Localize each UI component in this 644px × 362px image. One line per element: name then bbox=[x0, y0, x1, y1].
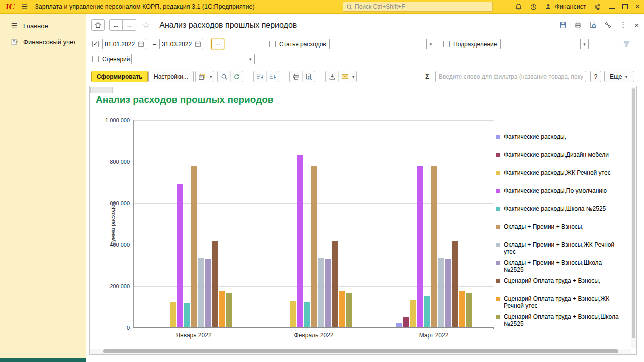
legend-swatch bbox=[496, 279, 500, 284]
legend-swatch bbox=[496, 207, 500, 212]
legend-swatch bbox=[496, 171, 500, 176]
chevron-down-icon[interactable]: ▾ bbox=[246, 54, 254, 64]
sidebar-item-label: Финансовый учет bbox=[23, 38, 76, 46]
period-choice-button[interactable]: ... bbox=[211, 39, 224, 50]
x-axis-label: Январь 2022 bbox=[134, 332, 254, 339]
print-preview-icon[interactable] bbox=[589, 22, 597, 29]
department-combo[interactable]: ▾ bbox=[500, 39, 589, 50]
quick-filter-input[interactable] bbox=[435, 71, 586, 82]
notifications-bell-icon[interactable] bbox=[515, 4, 522, 11]
autosum-button[interactable]: Σ bbox=[425, 72, 429, 80]
help-button[interactable]: ? bbox=[590, 71, 601, 82]
sidebar-item-financial-accounting[interactable]: Финансовый учет bbox=[0, 34, 86, 50]
x-axis-tick bbox=[374, 328, 374, 330]
bar bbox=[205, 259, 211, 328]
bar bbox=[170, 302, 176, 328]
more-actions-icon[interactable]: ⋮ bbox=[619, 20, 627, 30]
scenario-label: Сценарий: bbox=[102, 54, 132, 65]
report-area[interactable]: Анализ расходов прошлых периодов Сумма р… bbox=[89, 86, 637, 355]
legend-item: Сценарий Оплата труда + Взносы,Школа №25… bbox=[496, 314, 632, 332]
chevron-down-icon[interactable]: ▾ bbox=[351, 74, 356, 80]
history-icon[interactable] bbox=[530, 4, 537, 11]
sort-ascending-icon[interactable] bbox=[254, 72, 266, 82]
calendar-icon[interactable] bbox=[136, 40, 146, 49]
period-checkbox[interactable]: ✓ bbox=[92, 41, 99, 48]
global-search-box[interactable] bbox=[343, 2, 493, 12]
bar bbox=[339, 291, 345, 328]
back-button[interactable]: ← bbox=[109, 20, 123, 31]
search-refresh-group bbox=[217, 71, 243, 82]
report-variants-button[interactable]: ▾ bbox=[195, 71, 214, 82]
legend-item: Сценарий Оплата труда + Взносы,ЖК Речной… bbox=[496, 296, 632, 314]
scenario-checkbox[interactable] bbox=[92, 56, 99, 62]
filter-funnel-icon[interactable] bbox=[623, 40, 630, 48]
main-menu-icon[interactable]: ☰ bbox=[21, 2, 28, 12]
chevron-down-icon[interactable]: ▾ bbox=[426, 40, 435, 49]
forward-button[interactable]: → bbox=[123, 20, 136, 31]
chevron-down-icon[interactable]: ▾ bbox=[208, 74, 214, 80]
y-axis-title: Сумма расходов bbox=[110, 202, 116, 246]
home-button[interactable] bbox=[91, 20, 105, 31]
refresh-icon[interactable] bbox=[230, 72, 243, 82]
filters-area: ✓ – ... Статья расходов: bbox=[86, 36, 644, 69]
department-input[interactable] bbox=[501, 40, 580, 49]
current-user[interactable]: Финансист bbox=[545, 4, 586, 10]
get-link-icon[interactable] bbox=[604, 22, 612, 29]
vertical-scrollbar-thumb[interactable] bbox=[632, 88, 635, 338]
scenario-input[interactable] bbox=[132, 54, 246, 64]
department-checkbox[interactable] bbox=[443, 41, 450, 48]
expense-item-combo[interactable]: ▾ bbox=[329, 39, 435, 50]
save-icon[interactable] bbox=[559, 22, 567, 29]
more-button[interactable]: Еще ▾ bbox=[604, 71, 634, 82]
window-close-button[interactable]: × bbox=[635, 4, 640, 10]
period-from-input[interactable] bbox=[103, 41, 136, 48]
form-toolbar-right: ⋮ × bbox=[559, 20, 639, 30]
expense-item-checkbox[interactable] bbox=[269, 41, 276, 48]
close-form-icon[interactable]: × bbox=[634, 21, 639, 30]
chevron-down-icon[interactable]: ▾ bbox=[580, 40, 588, 49]
home-icon bbox=[94, 22, 102, 29]
sections-panel: ☰ Главное Финансовый учет bbox=[0, 14, 86, 362]
sidebar-item-main[interactable]: ☰ Главное bbox=[0, 18, 86, 34]
legend-item: Оклады + Премии + Взносы,ЖК Речной утес bbox=[496, 242, 632, 260]
vertical-scrollbar[interactable] bbox=[631, 87, 636, 348]
main-section-icon: ☰ bbox=[10, 22, 18, 30]
horizontal-scrollbar-thumb[interactable] bbox=[103, 350, 618, 354]
find-icon[interactable] bbox=[218, 72, 230, 82]
window-maximize-button[interactable] bbox=[622, 4, 628, 10]
form-toolbar-left: ← → ☆ Анализ расходов прошлых периодов bbox=[91, 20, 297, 31]
window-minimize-button[interactable] bbox=[609, 4, 615, 10]
save-file-icon[interactable] bbox=[326, 72, 338, 82]
print-preview-icon[interactable] bbox=[302, 72, 315, 82]
legend-label: Фактические расходы,Школа №2525 bbox=[504, 206, 619, 212]
legend-label: Фактические расходы, bbox=[504, 134, 619, 140]
global-search-input[interactable] bbox=[355, 4, 489, 10]
service-settings-icon[interactable] bbox=[594, 4, 601, 11]
search-icon bbox=[346, 4, 353, 10]
legend-swatch bbox=[496, 153, 500, 158]
scenario-combo[interactable]: ▾ bbox=[131, 54, 255, 64]
settings-button[interactable]: Настройки... bbox=[148, 71, 194, 82]
bar bbox=[431, 166, 437, 328]
bar bbox=[346, 293, 352, 328]
print-icon[interactable] bbox=[574, 22, 582, 29]
favorite-star-icon[interactable]: ☆ bbox=[142, 20, 150, 30]
export-group: ▾ bbox=[325, 71, 357, 82]
expense-item-input[interactable] bbox=[330, 40, 426, 49]
print-icon[interactable] bbox=[290, 72, 302, 82]
legend-swatch bbox=[496, 315, 500, 320]
calendar-icon[interactable] bbox=[193, 40, 203, 49]
send-email-icon[interactable] bbox=[338, 72, 351, 82]
period-dash: – bbox=[153, 39, 156, 50]
period-to-field[interactable] bbox=[159, 39, 203, 50]
horizontal-scrollbar[interactable] bbox=[90, 349, 631, 354]
bar bbox=[191, 166, 197, 328]
sort-descending-icon[interactable] bbox=[266, 72, 279, 82]
report-variants-icon[interactable] bbox=[196, 72, 208, 82]
period-from-field[interactable] bbox=[102, 39, 146, 50]
period-to-input[interactable] bbox=[160, 41, 193, 48]
x-axis-tick bbox=[134, 328, 134, 330]
legend-item: Оклады + Премии + Взносы,Школа №2525 bbox=[496, 260, 632, 278]
generate-button[interactable]: Сформировать bbox=[91, 71, 148, 82]
y-axis-tick-label: 0 bbox=[94, 325, 130, 331]
